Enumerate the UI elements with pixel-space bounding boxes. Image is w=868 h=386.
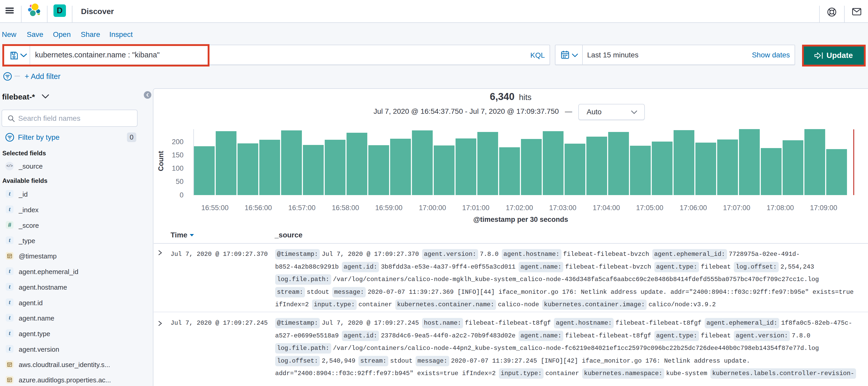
svg-text:200: 200 (172, 138, 184, 146)
svg-text:17:05:00: 17:05:00 (636, 204, 663, 212)
svg-text:50: 50 (176, 178, 184, 185)
svg-text:100: 100 (172, 165, 184, 172)
svg-text:17:02:00: 17:02:00 (506, 204, 533, 212)
svg-text:16:58:00: 16:58:00 (332, 204, 359, 212)
svg-text:17:09:00: 17:09:00 (810, 204, 837, 212)
svg-text:17:03:00: 17:03:00 (549, 204, 576, 212)
svg-text:16:57:00: 16:57:00 (288, 204, 315, 212)
svg-text:Count: Count (157, 151, 165, 171)
svg-text:17:08:00: 17:08:00 (767, 204, 794, 212)
svg-text:16:59:00: 16:59:00 (375, 204, 402, 212)
svg-text:150: 150 (172, 151, 184, 159)
svg-text:17:00:00: 17:00:00 (419, 204, 446, 212)
svg-text:16:55:00: 16:55:00 (201, 204, 228, 212)
svg-text:0: 0 (180, 191, 184, 199)
svg-text:@timestamp per 30 seconds: @timestamp per 30 seconds (473, 216, 568, 224)
svg-text:17:04:00: 17:04:00 (593, 204, 620, 212)
svg-text:17:06:00: 17:06:00 (680, 204, 707, 212)
svg-text:17:01:00: 17:01:00 (462, 204, 489, 212)
svg-text:17:07:00: 17:07:00 (723, 204, 750, 212)
svg-text:16:56:00: 16:56:00 (245, 204, 272, 212)
